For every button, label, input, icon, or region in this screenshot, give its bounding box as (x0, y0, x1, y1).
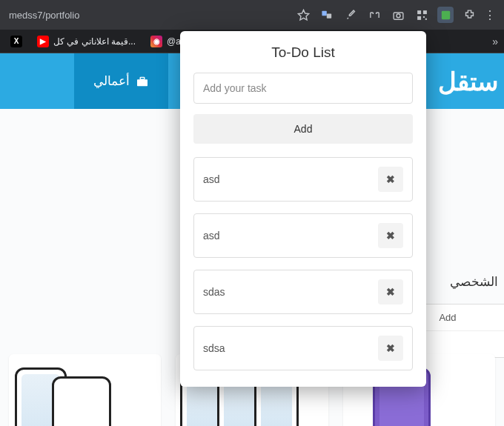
star-icon[interactable] (295, 7, 311, 23)
task-item: asd✖ (193, 213, 413, 258)
delete-task-button[interactable]: ✖ (378, 279, 403, 304)
task-text: sdas (203, 286, 225, 298)
text-tool-icon[interactable] (366, 7, 382, 23)
youtube-icon: ▶ (37, 36, 49, 47)
svg-rect-12 (140, 77, 145, 79)
svg-rect-10 (441, 10, 449, 19)
instagram-icon: ◉ (150, 36, 162, 47)
qr-icon[interactable] (414, 7, 430, 23)
bookmark-item[interactable]: ▶ قيمة اعلاناتي في كل... (33, 33, 140, 50)
svg-rect-2 (326, 13, 331, 18)
browser-menu-icon[interactable]: ⋮ (482, 8, 498, 22)
svg-rect-11 (137, 79, 147, 86)
svg-rect-5 (417, 10, 421, 14)
task-item: asd✖ (193, 157, 413, 202)
browser-toolbar: medss7/portfolio ⋮ (0, 0, 504, 30)
delete-task-button[interactable]: ✖ (378, 336, 403, 361)
svg-marker-0 (298, 10, 308, 19)
task-text: asd (203, 173, 220, 185)
camera-icon[interactable] (390, 7, 406, 23)
add-task-button[interactable]: Add (193, 114, 413, 144)
delete-task-button[interactable]: ✖ (378, 167, 403, 192)
address-bar[interactable]: medss7/portfolio (6, 10, 291, 21)
right-section-title: الشخصي (450, 267, 498, 297)
extensions-icon[interactable] (461, 7, 477, 23)
eyedropper-icon[interactable] (342, 7, 359, 23)
task-item: sdas✖ (193, 270, 413, 314)
nav-portfolio[interactable]: أعمالي (74, 53, 168, 109)
delete-task-button[interactable]: ✖ (378, 223, 403, 248)
bookmarks-overflow-icon[interactable]: » (492, 36, 498, 47)
todo-extension-popup: To-Do List Add asd✖asd✖sdas✖sdsa✖ (180, 31, 426, 387)
translate-icon[interactable] (319, 7, 335, 23)
portfolio-card[interactable] (9, 354, 161, 426)
svg-rect-8 (422, 16, 424, 17)
task-item: sdsa✖ (193, 326, 413, 370)
bookmark-label: قيمة اعلاناتي في كل... (53, 36, 136, 47)
svg-rect-1 (322, 10, 326, 15)
x-icon: X (10, 36, 22, 47)
briefcase-icon (136, 76, 149, 87)
svg-rect-6 (422, 10, 426, 14)
svg-point-4 (397, 13, 400, 17)
svg-rect-7 (417, 16, 421, 19)
toolbar-extension-icons (291, 7, 482, 23)
site-logo[interactable]: ستقل (438, 53, 504, 109)
svg-rect-9 (425, 18, 426, 19)
nav-label: أعمالي (93, 73, 130, 89)
popup-title: To-Do List (193, 44, 413, 61)
task-input[interactable] (193, 73, 413, 104)
todo-extension-icon[interactable] (437, 7, 454, 23)
task-text: sdsa (203, 342, 225, 354)
close-icon: ✖ (386, 342, 395, 354)
close-icon: ✖ (386, 286, 395, 298)
close-icon: ✖ (386, 230, 395, 242)
close-icon: ✖ (386, 173, 395, 185)
task-text: asd (203, 230, 220, 242)
bookmark-item[interactable]: X (6, 33, 27, 50)
